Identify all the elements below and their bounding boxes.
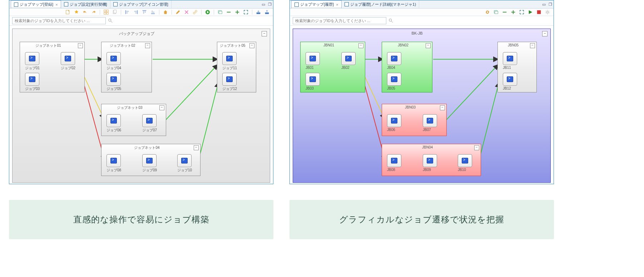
delete-icon[interactable] (184, 10, 189, 15)
group-collapse-button[interactable]: − (530, 43, 535, 48)
import-icon[interactable] (256, 10, 261, 15)
job-icon[interactable] (341, 52, 356, 65)
jobnet-05[interactable]: ジョブネット05 − ジョブ11 ジョブ12 (217, 42, 256, 92)
align-top-icon[interactable] (142, 10, 147, 15)
link-icon[interactable] (193, 10, 198, 15)
group-collapse-button[interactable]: − (78, 43, 83, 48)
fit-icon[interactable] (243, 10, 248, 15)
group-collapse-button[interactable]: − (440, 105, 445, 110)
group-collapse-button[interactable]: − (426, 43, 431, 48)
job-node[interactable]: JB06 (387, 114, 401, 132)
job-node[interactable]: ジョブ01 (25, 52, 39, 71)
job-icon[interactable] (106, 73, 121, 86)
align-bottom-icon[interactable] (150, 10, 155, 15)
job-node[interactable]: ジョブ11 (222, 52, 237, 71)
jobnet-05[interactable]: JBN05 − JB11 JB12 (497, 42, 537, 92)
job-node[interactable]: ジョブ09 (142, 154, 157, 173)
run-icon[interactable] (528, 10, 533, 15)
search-icon[interactable] (108, 18, 113, 23)
refresh-icon[interactable] (485, 10, 490, 15)
zoom-out-icon[interactable] (226, 10, 231, 15)
tab-jobmap-register[interactable]: ジョブマップ[登録] × (11, 0, 61, 9)
job-icon[interactable] (106, 114, 121, 127)
tab-jobmap-history[interactable]: ジョブマップ[履歴] × (291, 0, 342, 9)
job-icon[interactable] (106, 52, 121, 65)
job-icon[interactable] (387, 52, 401, 65)
minimize-icon[interactable]: ▭ (542, 2, 546, 7)
job-icon[interactable] (61, 52, 75, 65)
jobnet-02[interactable]: ジョブネット02 − ジョブ04 ジョブ05 (101, 42, 152, 92)
job-icon[interactable] (387, 154, 401, 167)
group-collapse-button[interactable]: − (145, 43, 150, 48)
align-left-icon[interactable] (125, 10, 130, 15)
job-node[interactable]: ジョブ03 (25, 73, 39, 91)
redo-icon[interactable] (91, 10, 96, 15)
play-icon[interactable] (205, 10, 210, 15)
job-node[interactable]: ジョブ08 (106, 154, 121, 173)
group-collapse-button[interactable]: − (474, 145, 479, 150)
job-icon[interactable] (25, 52, 39, 65)
jobnet-03[interactable]: ジョブネット03 − ジョブ06 ジョブ07 (101, 104, 166, 136)
job-node[interactable]: ジョブ04 (106, 52, 121, 71)
star-icon[interactable] (74, 10, 79, 15)
minimize-icon[interactable]: ▭ (262, 2, 265, 7)
group-collapse-button[interactable]: − (358, 43, 363, 48)
job-node[interactable]: ジョブ10 (177, 154, 192, 173)
canvas-collapse-button[interactable]: − (262, 31, 267, 36)
job-node[interactable]: JB11 (503, 52, 517, 70)
job-node[interactable]: JB02 (341, 52, 356, 70)
close-icon[interactable]: × (336, 2, 338, 7)
close-icon[interactable]: × (55, 2, 58, 7)
zoom-in-icon[interactable] (235, 10, 240, 15)
job-node[interactable]: JB04 (387, 52, 401, 70)
job-node[interactable]: ジョブ05 (106, 73, 121, 91)
job-node[interactable]: JB10 (458, 154, 472, 172)
gear-icon[interactable] (545, 10, 550, 15)
export-icon[interactable] (264, 10, 269, 15)
jobnet-01[interactable]: ジョブネット01 − ジョブ01 ジョブ02 ジョブ03 (20, 42, 85, 92)
job-node[interactable]: ジョブ02 (61, 52, 75, 71)
group-collapse-button[interactable]: − (194, 145, 199, 150)
jobnet-04[interactable]: JBN04 − JB08 JB09 JB10 (382, 144, 481, 176)
home-icon[interactable] (163, 10, 168, 15)
search-icon[interactable] (388, 18, 393, 23)
zoom-in-icon[interactable] (511, 10, 516, 15)
canvas-collapse-button[interactable]: − (542, 31, 548, 36)
job-icon[interactable] (503, 73, 517, 86)
undo-icon[interactable] (83, 10, 88, 15)
job-icon[interactable] (387, 114, 401, 127)
job-icon[interactable] (423, 154, 437, 167)
align-right-icon[interactable] (133, 10, 138, 15)
stop-icon[interactable] (536, 10, 541, 15)
job-node[interactable]: JB01 (306, 52, 320, 70)
tab-jobmap-icon[interactable]: ジョブマップ[アイコン管理] (110, 0, 172, 8)
job-icon[interactable] (222, 52, 237, 65)
group-collapse-button[interactable]: − (249, 43, 254, 48)
job-node[interactable]: JB05 (387, 73, 401, 90)
jobnet-01[interactable]: JBN01 − JB01 JB02 JB03 (300, 42, 365, 92)
job-icon[interactable] (222, 73, 237, 86)
search-input[interactable] (293, 17, 386, 24)
job-canvas[interactable]: バックアップジョブ − (12, 29, 270, 183)
new-icon[interactable] (65, 10, 70, 15)
job-node[interactable]: JB09 (423, 154, 437, 172)
layers-icon[interactable] (494, 10, 499, 15)
copy-icon[interactable] (112, 10, 117, 15)
jobnet-03[interactable]: JBN03 − JB06 JB07 (382, 104, 447, 136)
job-node[interactable]: ジョブ06 (106, 114, 121, 133)
layers-icon[interactable] (218, 10, 223, 15)
job-icon[interactable] (423, 114, 437, 127)
grid-icon[interactable] (104, 10, 109, 15)
job-node[interactable]: JB12 (503, 73, 517, 90)
job-icon[interactable] (458, 154, 472, 167)
job-history-canvas[interactable]: BK-JB − (293, 29, 551, 183)
job-icon[interactable] (142, 114, 157, 127)
restore-icon[interactable]: ❐ (268, 2, 272, 7)
group-collapse-button[interactable]: − (159, 105, 164, 110)
tab-job-setting[interactable]: ジョブ設定[実行契機] (61, 0, 110, 8)
job-icon[interactable] (306, 73, 320, 86)
job-icon[interactable] (306, 52, 320, 65)
search-input[interactable] (12, 17, 106, 24)
job-icon[interactable] (25, 73, 39, 86)
restore-icon[interactable]: ❐ (549, 2, 552, 7)
